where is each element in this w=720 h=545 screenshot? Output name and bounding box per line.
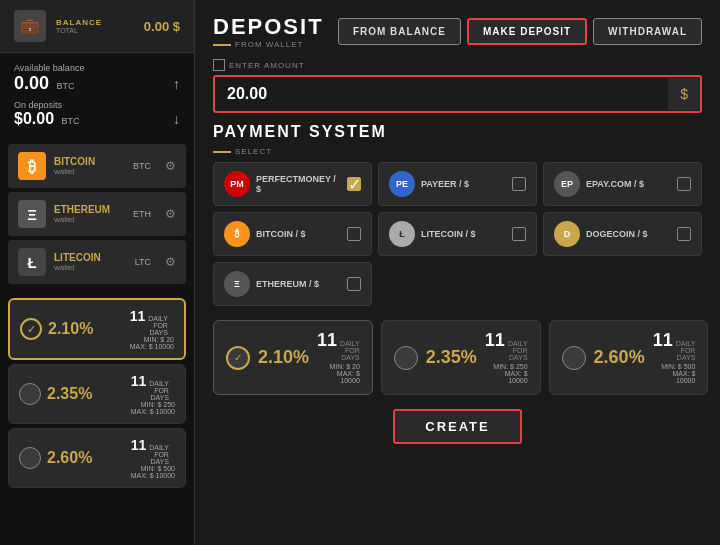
avail-amount: 0.00 BTC xyxy=(14,73,75,94)
payment-item-3[interactable]: ₿ BITCOIN / $ xyxy=(213,212,372,256)
payment-checkbox-2[interactable] xyxy=(677,177,691,191)
payment-name-5: DOGECOIN / $ xyxy=(586,229,671,239)
payment-name-6: ETHEREUM / $ xyxy=(256,279,341,289)
payment-name-2: EPAY.COM / $ xyxy=(586,179,671,189)
from-balance-button[interactable]: FROM BALANCE xyxy=(338,18,461,45)
payment-logo-6: Ξ xyxy=(224,271,250,297)
bitcoin-name-label: BITCOIN xyxy=(54,156,125,167)
plan-minmax-0: MIN: $ 20MAX: $ 10000 xyxy=(317,363,360,384)
payment-name-3: BITCOIN / $ xyxy=(256,229,341,239)
payment-logo-4: Ł xyxy=(389,221,415,247)
plan-days-label-0: DAILYFORDAYS xyxy=(340,340,360,361)
withdrawal-button[interactable]: WITHDRAWAL xyxy=(593,18,702,45)
sidebar-plan-details-1: 11 DAILYFORDAYS MIN: $ 250MAX: $ 10000 xyxy=(131,373,175,415)
payment-checkbox-4[interactable] xyxy=(512,227,526,241)
sidebar-balance: 💼 BALANCE TOTAL 0.00 $ xyxy=(0,0,194,53)
plan-card-2[interactable]: 2.60% 11 DAILYFORDAYS MIN: $ 500MAX: $ 1… xyxy=(549,320,709,395)
balance-info: BALANCE TOTAL xyxy=(56,18,102,34)
plan-info-2: 11 DAILYFORDAYS MIN: $ 500MAX: $ 10000 xyxy=(653,331,696,384)
arrow-up-icon: ↑ xyxy=(173,76,180,92)
enter-amount-label: ENTER AMOUNT xyxy=(213,59,702,71)
plan-days-num-0: 11 xyxy=(317,331,337,349)
header-buttons: FROM BALANCE MAKE DEPOSIT WITHDRAWAL xyxy=(338,18,702,45)
bitcoin-sub: wallet xyxy=(54,167,125,176)
deposits-label: On deposits xyxy=(14,100,180,110)
deposits-currency: BTC xyxy=(62,116,80,126)
payment-title: PAYMENT SYSTEM xyxy=(213,123,702,141)
payment-name-1: PAYEER / $ xyxy=(421,179,506,189)
deposit-header: DEPOSIT FROM WALLET FROM BALANCE MAKE DE… xyxy=(213,14,702,49)
ethereum-wallet-name: ETHEREUM wallet xyxy=(54,204,125,224)
main-content: DEPOSIT FROM WALLET FROM BALANCE MAKE DE… xyxy=(195,0,720,545)
payment-logo-0: PM xyxy=(224,171,250,197)
payment-grid: PM PERFECTMONEY / $ ✓ PE PAYEER / $ EP E… xyxy=(213,162,702,306)
create-btn-row: CREATE xyxy=(213,409,702,444)
payment-logo-3: ₿ xyxy=(224,221,250,247)
ethereum-name-label: ETHEREUM xyxy=(54,204,125,215)
plan-days-label-2: DAILYFORDAYS xyxy=(676,340,696,361)
plan-rate-2: 2.60% xyxy=(594,347,645,368)
sidebar: 💼 BALANCE TOTAL 0.00 $ Available balance… xyxy=(0,0,195,545)
payment-checkbox-5[interactable] xyxy=(677,227,691,241)
ethereum-icon: Ξ xyxy=(18,200,46,228)
sidebar-plan-check-2 xyxy=(19,447,41,469)
plan-circle-0: ✓ xyxy=(226,346,250,370)
payment-item-0[interactable]: PM PERFECTMONEY / $ ✓ xyxy=(213,162,372,206)
ethereum-currency: ETH xyxy=(133,209,151,219)
litecoin-name-label: LITECOIN xyxy=(54,252,127,263)
payment-checkbox-3[interactable] xyxy=(347,227,361,241)
avail-currency: BTC xyxy=(57,81,75,91)
plan-card-0[interactable]: ✓ 2.10% 11 DAILYFORDAYS MIN: $ 20MAX: $ … xyxy=(213,320,373,395)
plan-info-1: 11 DAILYFORDAYS MIN: $ 250MAX: $ 10000 xyxy=(485,331,528,384)
payment-item-5[interactable]: D DOGECOIN / $ xyxy=(543,212,702,256)
bitcoin-gear-icon[interactable]: ⚙ xyxy=(165,159,176,173)
deposit-title-section: DEPOSIT FROM WALLET xyxy=(213,14,324,49)
amount-input[interactable] xyxy=(215,77,668,111)
payment-item-2[interactable]: EP EPAY.COM / $ xyxy=(543,162,702,206)
plan-card-1[interactable]: 2.35% 11 DAILYFORDAYS MIN: $ 250MAX: $ 1… xyxy=(381,320,541,395)
plan-days-num-2: 11 xyxy=(653,331,673,349)
balance-amount: 0.00 $ xyxy=(144,19,180,34)
plan-days-num-1: 11 xyxy=(485,331,505,349)
avail-row: 0.00 BTC ↑ xyxy=(14,73,180,94)
bitcoin-currency: BTC xyxy=(133,161,151,171)
plans-row: ✓ 2.10% 11 DAILYFORDAYS MIN: $ 20MAX: $ … xyxy=(213,320,702,395)
payment-checkbox-6[interactable] xyxy=(347,277,361,291)
ethereum-sub: wallet xyxy=(54,215,125,224)
dollar-button[interactable]: $ xyxy=(668,78,700,110)
plan-circle-1 xyxy=(394,346,418,370)
create-button[interactable]: CREATE xyxy=(393,409,521,444)
payment-item-4[interactable]: Ł LITECOIN / $ xyxy=(378,212,537,256)
make-deposit-button[interactable]: MAKE DEPOSIT xyxy=(467,18,587,45)
select-label: SELECT xyxy=(213,147,702,156)
deposits-amount: $0.00 xyxy=(14,110,54,127)
wallet-item-ethereum[interactable]: Ξ ETHEREUM wallet ETH ⚙ xyxy=(8,192,186,236)
payment-logo-1: PE xyxy=(389,171,415,197)
balance-sublabel: TOTAL xyxy=(56,27,102,34)
sidebar-plan-card-2[interactable]: 2.60% 11 DAILYFORDAYS MIN: $ 500MAX: $ 1… xyxy=(8,428,186,488)
plan-rate-1: 2.35% xyxy=(426,347,477,368)
sidebar-plan-rate-2: 2.60% xyxy=(47,449,92,467)
deposits-amount-row: $0.00 BTC xyxy=(14,110,80,128)
sidebar-plan-card-1[interactable]: 2.35% 11 DAILYFORDAYS MIN: $ 250MAX: $ 1… xyxy=(8,364,186,424)
balance-label: BALANCE xyxy=(56,18,102,27)
ethereum-gear-icon[interactable]: ⚙ xyxy=(165,207,176,221)
plan-info-0: 11 DAILYFORDAYS MIN: $ 20MAX: $ 10000 xyxy=(317,331,360,384)
sidebar-plan-card-0[interactable]: ✓ 2.10% 11 DAILYFORDAYS MIN: $ 20MAX: $ … xyxy=(8,298,186,360)
amount-section: ENTER AMOUNT $ xyxy=(213,59,702,113)
wallet-item-bitcoin[interactable]: ₿ BITCOIN wallet BTC ⚙ xyxy=(8,144,186,188)
payment-item-6[interactable]: Ξ ETHEREUM / $ xyxy=(213,262,372,306)
avail-label: Available balance xyxy=(14,63,180,73)
sidebar-plan-details-2: 11 DAILYFORDAYS MIN: $ 500MAX: $ 10000 xyxy=(131,437,175,479)
sidebar-plan-details-0: 11 DAILYFORDAYS MIN: $ 20MAX: $ 10000 xyxy=(130,308,174,350)
bitcoin-wallet-name: BITCOIN wallet xyxy=(54,156,125,176)
litecoin-gear-icon[interactable]: ⚙ xyxy=(165,255,176,269)
bitcoin-icon: ₿ xyxy=(18,152,46,180)
payment-item-1[interactable]: PE PAYEER / $ xyxy=(378,162,537,206)
wallet-icon: 💼 xyxy=(14,10,46,42)
payment-checkbox-0[interactable]: ✓ xyxy=(347,177,361,191)
litecoin-wallet-name: LITECOIN wallet xyxy=(54,252,127,272)
avail-amount-value: 0.00 xyxy=(14,73,49,93)
payment-checkbox-1[interactable] xyxy=(512,177,526,191)
wallet-item-litecoin[interactable]: Ł LITECOIN wallet LTC ⚙ xyxy=(8,240,186,284)
